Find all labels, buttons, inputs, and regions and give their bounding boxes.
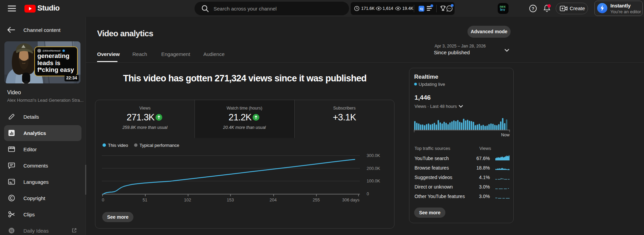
svg-text:IQ: IQ bbox=[420, 7, 423, 11]
svg-text:iQ: iQ bbox=[10, 229, 13, 232]
svg-text:?: ? bbox=[532, 6, 534, 11]
